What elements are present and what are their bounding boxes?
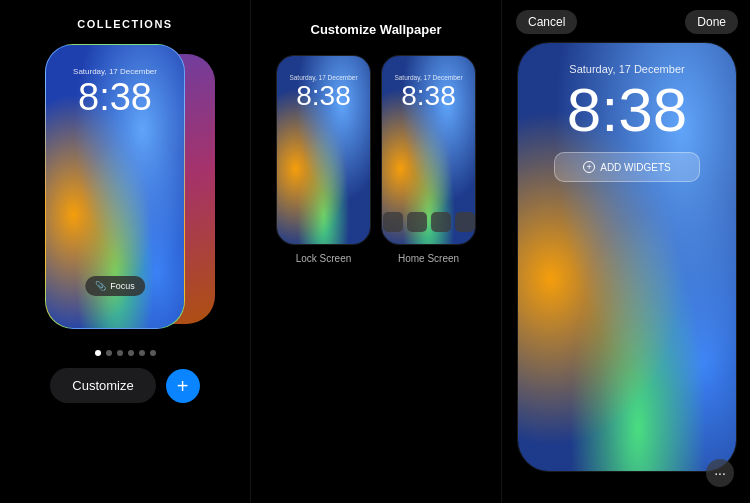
fs-time: 8:38 [567, 77, 688, 142]
home-screen-preview[interactable]: Saturday, 17 December 8:38 [381, 55, 476, 245]
app-icon-4 [455, 212, 475, 232]
app-icon-2 [407, 212, 427, 232]
cancel-button[interactable]: Cancel [516, 10, 577, 34]
customize-button[interactable]: Customize [50, 368, 155, 403]
collections-title: COLLECTIONS [77, 18, 172, 30]
dot-2[interactable] [106, 350, 112, 356]
dot-4[interactable] [128, 350, 134, 356]
focus-label: Focus [110, 281, 135, 291]
top-button-row: Cancel Done [502, 10, 750, 34]
phone-date: Saturday, 17 December [73, 67, 157, 76]
phone-time: 8:38 [78, 78, 152, 116]
plus-circle-icon: + [583, 161, 595, 173]
customize-wallpaper-title: Customize Wallpaper [311, 22, 442, 37]
dot-3[interactable] [117, 350, 123, 356]
phone-card-main[interactable]: Saturday, 17 December 8:38 📎 Focus [45, 44, 185, 329]
screens-row: Saturday, 17 December 8:38 Lock Screen S… [276, 55, 476, 264]
fullscreen-phone-preview: Saturday, 17 December 8:38 + ADD WIDGETS [517, 42, 737, 472]
add-widgets-button[interactable]: + ADD WIDGETS [554, 152, 700, 182]
lock-screen-item[interactable]: Saturday, 17 December 8:38 Lock Screen [276, 55, 371, 264]
bottom-bar: Customize + [50, 368, 199, 403]
lock-screen-preview[interactable]: Saturday, 17 December 8:38 [276, 55, 371, 245]
page-dots [95, 350, 156, 356]
add-widgets-label: ADD WIDGETS [600, 162, 671, 173]
add-button[interactable]: + [166, 369, 200, 403]
phone-content: Saturday, 17 December 8:38 [46, 67, 184, 120]
phone-stack: Saturday, 17 December 8:38 📎 Focus [45, 44, 205, 334]
fullscreen-content: Saturday, 17 December 8:38 + ADD WIDGETS [518, 43, 736, 182]
home-screen-item[interactable]: Saturday, 17 December 8:38 Home Screen [381, 55, 476, 264]
lock-screen-content: Saturday, 17 December 8:38 [277, 56, 370, 110]
app-icon-1 [383, 212, 403, 232]
lock-screen-edit-panel: Cancel Done Saturday, 17 December 8:38 +… [502, 0, 750, 503]
focus-badge: 📎 Focus [85, 276, 145, 296]
home-screen-content: Saturday, 17 December 8:38 [382, 56, 475, 110]
fs-date: Saturday, 17 December [569, 63, 684, 75]
more-options-button[interactable]: ··· [706, 459, 734, 487]
dot-1[interactable] [95, 350, 101, 356]
home-time: 8:38 [401, 82, 456, 110]
customize-wallpaper-panel: Customize Wallpaper Saturday, 17 Decembe… [251, 0, 501, 503]
collections-panel: COLLECTIONS Saturday, 17 December 8:38 📎… [0, 0, 250, 503]
home-screen-label: Home Screen [398, 253, 459, 264]
dot-6[interactable] [150, 350, 156, 356]
lock-screen-label: Lock Screen [296, 253, 352, 264]
app-icon-3 [431, 212, 451, 232]
dot-5[interactable] [139, 350, 145, 356]
done-button[interactable]: Done [685, 10, 738, 34]
home-icon-row [383, 212, 475, 232]
paperclip-icon: 📎 [95, 281, 106, 291]
lock-time: 8:38 [296, 82, 351, 110]
